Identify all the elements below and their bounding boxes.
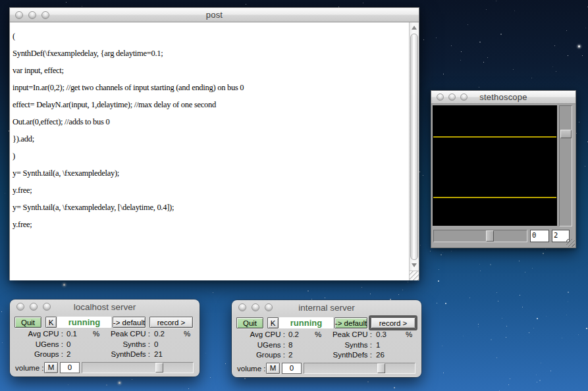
- post-scrollbar-thumb[interactable]: [410, 34, 418, 260]
- post-window: post ( SynthDef(\fxexampledelay, {arg de…: [9, 7, 419, 280]
- close-button[interactable]: [16, 303, 24, 311]
- avg-cpu-label: Avg CPU :: [232, 330, 285, 338]
- zoom-button[interactable]: [41, 11, 49, 19]
- scope-index-numberbox[interactable]: 0: [530, 230, 549, 242]
- volume-numberbox[interactable]: 0: [60, 362, 80, 373]
- stethoscope-resize-grip[interactable]: [566, 239, 575, 247]
- peak-cpu-value: 0.2: [154, 330, 165, 338]
- localhost-server-window: localhost server Quit K running -> defau…: [10, 300, 200, 377]
- post-content: ( SynthDef(\fxexampledelay, {arg delayti…: [10, 22, 419, 280]
- synthdefs-label: SynthDefs :: [94, 350, 150, 358]
- post-text-area[interactable]: ( SynthDef(\fxexampledelay, {arg delayti…: [10, 22, 409, 280]
- code-line: y.free;: [13, 216, 409, 233]
- scope-trace-channel-1: [433, 136, 556, 138]
- localhost-button-row: Quit K running -> default record >: [10, 317, 200, 328]
- down-triangle-icon: [412, 263, 417, 267]
- code-line: y= Synth.tail(a, \fxexampledelay, [\dela…: [13, 199, 409, 216]
- synths-value: 0: [154, 340, 158, 348]
- internal-volume-row: volume : M 0: [232, 363, 421, 375]
- minimize-button[interactable]: [30, 303, 38, 311]
- stethoscope-window: stethoscope 0 2: [431, 90, 576, 248]
- post-scrollbar[interactable]: [409, 22, 419, 271]
- make-default-button[interactable]: -> default: [334, 317, 367, 328]
- mute-button[interactable]: M: [266, 363, 280, 374]
- zoom-button[interactable]: [43, 303, 51, 311]
- stats-row: UGens : 8 Synths : 1: [232, 341, 421, 352]
- peak-cpu-label: Peak CPU :: [94, 330, 150, 338]
- code-line: Out.ar(0,effect); //adds to bus 0: [13, 113, 409, 130]
- minimize-button[interactable]: [252, 303, 259, 311]
- code-line: ): [13, 147, 409, 165]
- localhost-stats: Avg CPU : 0.1 % Peak CPU : 0.2 % UGens :…: [10, 330, 200, 361]
- ugens-value: 0: [67, 340, 70, 348]
- synths-value: 1: [376, 341, 380, 349]
- up-triangle-icon: [412, 26, 417, 30]
- code-line: input=In.ar(0,2); //get two channels of …: [13, 79, 409, 96]
- zoom-button[interactable]: [460, 93, 468, 101]
- volume-label: volume :: [237, 365, 265, 373]
- minimize-button[interactable]: [28, 11, 36, 19]
- avg-cpu-value: 0.1: [67, 330, 77, 338]
- stats-row: Avg CPU : 0.2 % Peak CPU : 0.3 %: [232, 330, 421, 341]
- close-button[interactable]: [238, 303, 246, 311]
- scope-horizontal-zoom-slider[interactable]: [433, 230, 527, 242]
- avg-cpu-label: Avg CPU :: [10, 330, 63, 338]
- scope-horizontal-slider-thumb[interactable]: [486, 230, 494, 242]
- groups-label: Groups :: [232, 351, 285, 359]
- groups-label: Groups :: [10, 350, 63, 358]
- code-line: (: [13, 28, 409, 45]
- avg-cpu-value: 0.2: [288, 330, 299, 338]
- zoom-button[interactable]: [265, 303, 273, 311]
- ugens-label: UGens :: [10, 340, 63, 348]
- kill-button[interactable]: K: [267, 317, 279, 328]
- stethoscope-window-title: stethoscope: [479, 92, 527, 102]
- server-status: running: [57, 317, 111, 328]
- volume-slider-thumb[interactable]: [155, 363, 163, 373]
- post-titlebar[interactable]: post: [10, 8, 419, 22]
- stethoscope-window-controls: [437, 91, 468, 103]
- resize-grip-icon: [566, 239, 575, 247]
- localhost-server-title: localhost server: [74, 302, 136, 312]
- volume-slider[interactable]: [82, 362, 194, 373]
- volume-numberbox[interactable]: 0: [282, 363, 302, 374]
- kill-button[interactable]: K: [45, 317, 57, 328]
- scope-vertical-slider-thumb[interactable]: [560, 130, 572, 138]
- scroll-down-arrow-icon[interactable]: [410, 260, 419, 271]
- mute-button[interactable]: M: [44, 362, 58, 373]
- quit-button[interactable]: Quit: [236, 317, 263, 328]
- internal-server-titlebar[interactable]: internal server: [232, 300, 421, 315]
- synths-label: Synths :: [94, 340, 150, 348]
- volume-label: volume :: [15, 364, 43, 372]
- volume-slider-thumb[interactable]: [377, 363, 385, 373]
- internal-server-title: internal server: [298, 303, 355, 313]
- stats-row: Avg CPU : 0.1 % Peak CPU : 0.2 %: [10, 330, 200, 340]
- close-button[interactable]: [15, 11, 23, 19]
- post-resize-grip[interactable]: [409, 271, 419, 280]
- stethoscope-titlebar[interactable]: stethoscope: [431, 91, 575, 104]
- localhost-server-titlebar[interactable]: localhost server: [10, 300, 200, 314]
- scope-display: [433, 105, 557, 226]
- internal-stats: Avg CPU : 0.2 % Peak CPU : 0.3 % UGens :…: [232, 330, 421, 361]
- record-button[interactable]: record >: [371, 317, 415, 328]
- peak-cpu-percent: %: [184, 330, 190, 338]
- resize-grip-icon: [410, 271, 419, 280]
- minimize-button[interactable]: [448, 93, 456, 101]
- internal-server-window: internal server Quit K running -> defaul…: [232, 300, 421, 377]
- code-line: effect= DelayN.ar(input, 1,delaytime); /…: [13, 96, 409, 113]
- code-line: }).add;: [13, 130, 409, 147]
- code-line: var input, effect;: [13, 62, 409, 79]
- groups-value: 2: [288, 351, 292, 359]
- desktop: post ( SynthDef(\fxexampledelay, {arg de…: [0, 0, 588, 391]
- synthdefs-value: 21: [154, 350, 163, 358]
- quit-button[interactable]: Quit: [14, 317, 41, 328]
- scroll-up-arrow-icon[interactable]: [410, 22, 419, 33]
- stethoscope-body: 0 2: [431, 104, 575, 248]
- volume-slider[interactable]: [304, 363, 415, 374]
- scope-vertical-zoom-slider[interactable]: [559, 105, 572, 226]
- localhost-window-controls: [16, 300, 51, 314]
- close-button[interactable]: [437, 93, 444, 101]
- record-button[interactable]: record >: [149, 317, 193, 328]
- make-default-button[interactable]: -> default: [113, 317, 146, 328]
- internal-button-row: Quit K running -> default record >: [232, 317, 421, 329]
- synthdefs-label: SynthDefs :: [316, 351, 372, 359]
